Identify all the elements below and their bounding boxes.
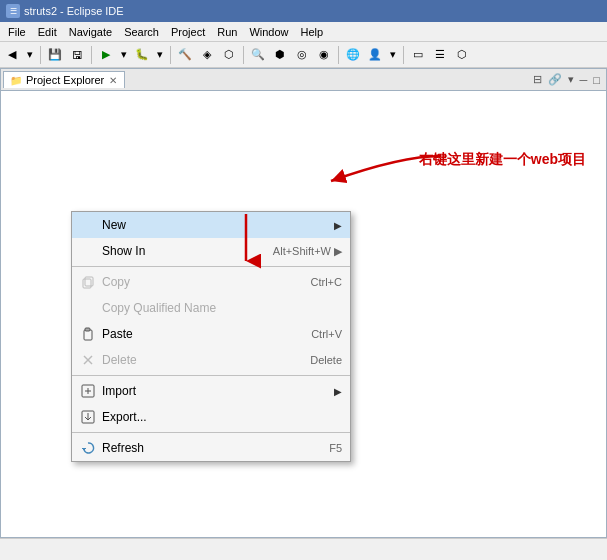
menu-help[interactable]: Help <box>295 24 330 40</box>
ctx-new-arrow: ▶ <box>334 220 342 231</box>
ctx-copy-shortcut: Ctrl+C <box>311 276 342 288</box>
collapse-all-btn[interactable]: ⊟ <box>531 72 544 87</box>
menu-edit[interactable]: Edit <box>32 24 63 40</box>
tb-debug-dropdown[interactable]: ▾ <box>154 45 166 65</box>
ctx-new-label: New <box>102 218 328 232</box>
tb-sep-1 <box>40 46 41 64</box>
tb-btn-6[interactable]: 🔍 <box>248 45 268 65</box>
ctx-import[interactable]: Import ▶ <box>72 378 350 404</box>
ctx-delete-label: Delete <box>102 353 304 367</box>
tb-debug-btn[interactable]: 🐛 <box>132 45 152 65</box>
tb-btn-10[interactable]: 🌐 <box>343 45 363 65</box>
ctx-copy-icon <box>80 274 96 290</box>
ctx-refresh-shortcut: F5 <box>329 442 342 454</box>
tb-btn-13[interactable]: ▭ <box>408 45 428 65</box>
panel-tab-label: Project Explorer <box>26 74 104 86</box>
tb-sep-4 <box>243 46 244 64</box>
panel-tab-icon: 📁 <box>10 75 22 86</box>
toolbar: ◀ ▾ 💾 🖫 ▶ ▾ 🐛 ▾ 🔨 ◈ ⬡ 🔍 ⬢ ◎ ◉ 🌐 👤 ▾ ▭ ☰ … <box>0 42 607 68</box>
tb-btn-7[interactable]: ⬢ <box>270 45 290 65</box>
panel-tab-actions: ⊟ 🔗 ▾ ─ □ <box>531 72 602 87</box>
tb-btn-11[interactable]: 👤 <box>365 45 385 65</box>
tb-sep-6 <box>403 46 404 64</box>
tb-save-all-btn[interactable]: 🖫 <box>67 45 87 65</box>
minimize-btn[interactable]: ─ <box>578 73 590 87</box>
ctx-copy-qualified: Copy Qualified Name <box>72 295 350 321</box>
ctx-show-in-shortcut: Alt+Shift+W ▶ <box>273 245 342 258</box>
menu-file[interactable]: File <box>2 24 32 40</box>
svg-rect-1 <box>85 277 93 286</box>
panel-tab-close-btn[interactable]: ✕ <box>108 75 118 86</box>
menu-navigate[interactable]: Navigate <box>63 24 118 40</box>
annotation-text: 右键这里新建一个web项目 <box>419 151 586 167</box>
project-explorer-tab[interactable]: 📁 Project Explorer ✕ <box>3 71 125 88</box>
tb-run-dropdown[interactable]: ▾ <box>118 45 130 65</box>
tb-btn-8[interactable]: ◎ <box>292 45 312 65</box>
menu-bar: File Edit Navigate Search Project Run Wi… <box>0 22 607 42</box>
tb-btn-9[interactable]: ◉ <box>314 45 334 65</box>
ctx-refresh-icon <box>80 440 96 456</box>
tb-btn-4[interactable]: ◈ <box>197 45 217 65</box>
ctx-delete-shortcut: Delete <box>310 354 342 366</box>
ctx-new-icon <box>80 217 96 233</box>
ctx-show-in-icon <box>80 243 96 259</box>
ctx-sep-3 <box>72 432 350 433</box>
link-editor-btn[interactable]: 🔗 <box>546 72 564 87</box>
ctx-export[interactable]: Export... <box>72 404 350 430</box>
ctx-refresh-label: Refresh <box>102 441 323 455</box>
tb-build-btn[interactable]: 🔨 <box>175 45 195 65</box>
project-explorer-panel: 📁 Project Explorer ✕ ⊟ 🔗 ▾ ─ □ 右键这里新建一个w… <box>0 68 607 538</box>
ctx-show-in-label: Show In <box>102 244 267 258</box>
tb-btn-14[interactable]: ☰ <box>430 45 450 65</box>
annotation: 右键这里新建一个web项目 <box>419 151 586 169</box>
svg-rect-0 <box>83 279 91 288</box>
ctx-show-in[interactable]: Show In Alt+Shift+W ▶ <box>72 238 350 264</box>
tb-save-btn[interactable]: 💾 <box>45 45 65 65</box>
tb-back-btn[interactable]: ◀ <box>2 45 22 65</box>
ctx-paste[interactable]: Paste Ctrl+V <box>72 321 350 347</box>
ctx-paste-icon <box>80 326 96 342</box>
ctx-import-arrow: ▶ <box>334 386 342 397</box>
app-icon: ☰ <box>6 4 20 18</box>
panel-tab-bar: 📁 Project Explorer ✕ ⊟ 🔗 ▾ ─ □ <box>1 69 606 91</box>
tb-btn-5[interactable]: ⬡ <box>219 45 239 65</box>
svg-rect-3 <box>85 328 90 331</box>
ctx-copy-qualified-icon <box>80 300 96 316</box>
tb-back-dropdown[interactable]: ▾ <box>24 45 36 65</box>
window-title: struts2 - Eclipse IDE <box>24 5 124 17</box>
menu-window[interactable]: Window <box>243 24 294 40</box>
ctx-delete-icon <box>80 352 96 368</box>
tb-btn-12[interactable]: ▾ <box>387 45 399 65</box>
ctx-export-icon <box>80 409 96 425</box>
ctx-paste-label: Paste <box>102 327 305 341</box>
arrow-left-svg <box>321 146 451 196</box>
tb-sep-5 <box>338 46 339 64</box>
menu-run[interactable]: Run <box>211 24 243 40</box>
title-bar: ☰ struts2 - Eclipse IDE <box>0 0 607 22</box>
ctx-paste-shortcut: Ctrl+V <box>311 328 342 340</box>
ctx-copy-qualified-label: Copy Qualified Name <box>102 301 342 315</box>
maximize-btn[interactable]: □ <box>591 73 602 87</box>
ctx-copy-label: Copy <box>102 275 305 289</box>
context-menu: New ▶ Show In Alt+Shift+W ▶ <box>71 211 351 462</box>
main-area: 📁 Project Explorer ✕ ⊟ 🔗 ▾ ─ □ 右键这里新建一个w… <box>0 68 607 538</box>
status-bar <box>0 538 607 560</box>
ctx-import-icon <box>80 383 96 399</box>
menu-search[interactable]: Search <box>118 24 165 40</box>
ctx-import-label: Import <box>102 384 328 398</box>
ctx-refresh[interactable]: Refresh F5 <box>72 435 350 461</box>
tb-run-btn[interactable]: ▶ <box>96 45 116 65</box>
tb-sep-3 <box>170 46 171 64</box>
ctx-sep-1 <box>72 266 350 267</box>
ctx-sep-2 <box>72 375 350 376</box>
ctx-export-label: Export... <box>102 410 342 424</box>
tb-sep-2 <box>91 46 92 64</box>
ctx-new[interactable]: New ▶ <box>72 212 350 238</box>
ctx-delete: Delete Delete <box>72 347 350 373</box>
view-menu-btn[interactable]: ▾ <box>566 72 576 87</box>
menu-project[interactable]: Project <box>165 24 211 40</box>
ctx-copy: Copy Ctrl+C <box>72 269 350 295</box>
tb-btn-15[interactable]: ⬡ <box>452 45 472 65</box>
panel-content: 右键这里新建一个web项目 <box>1 91 606 537</box>
